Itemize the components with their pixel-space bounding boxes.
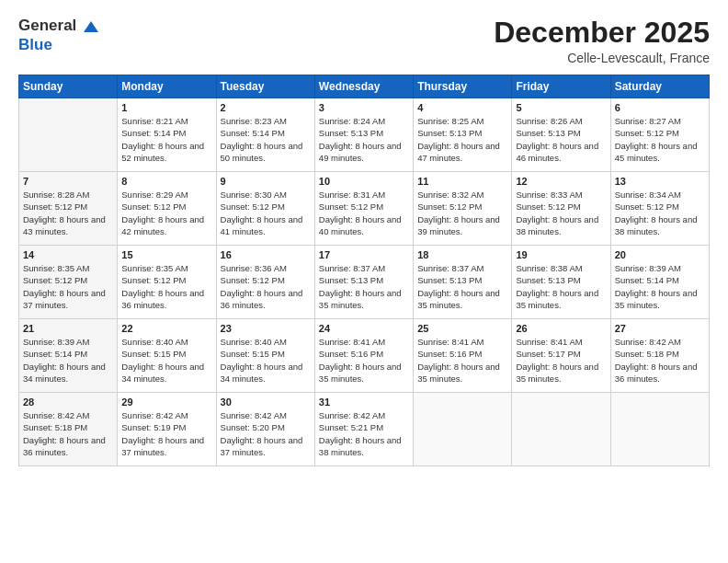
day-number: 22 <box>121 323 211 334</box>
calendar-cell: 7Sunrise: 8:28 AMSunset: 5:12 PMDaylight… <box>19 172 118 246</box>
logo-arrow-icon <box>82 17 100 36</box>
day-number: 2 <box>221 102 311 113</box>
day-number: 24 <box>319 323 409 334</box>
day-number: 13 <box>615 176 705 187</box>
day-number: 26 <box>516 323 606 334</box>
weekday-header-sunday: Sunday <box>19 75 118 98</box>
calendar-cell: 10Sunrise: 8:31 AMSunset: 5:12 PMDayligh… <box>314 172 413 246</box>
day-detail: Sunrise: 8:32 AMSunset: 5:12 PMDaylight:… <box>417 189 507 237</box>
calendar-cell: 17Sunrise: 8:37 AMSunset: 5:13 PMDayligh… <box>314 246 413 319</box>
calendar-cell: 8Sunrise: 8:29 AMSunset: 5:12 PMDaylight… <box>118 172 216 246</box>
day-detail: Sunrise: 8:38 AMSunset: 5:13 PMDaylight:… <box>516 262 606 311</box>
day-detail: Sunrise: 8:39 AMSunset: 5:14 PMDaylight:… <box>23 336 113 385</box>
day-detail: Sunrise: 8:29 AMSunset: 5:12 PMDaylight:… <box>121 189 211 237</box>
day-number: 19 <box>516 249 606 260</box>
calendar-table: SundayMondayTuesdayWednesdayThursdayFrid… <box>18 75 710 466</box>
day-detail: Sunrise: 8:37 AMSunset: 5:13 PMDaylight:… <box>417 262 507 311</box>
day-detail: Sunrise: 8:30 AMSunset: 5:12 PMDaylight:… <box>221 189 311 237</box>
day-number: 15 <box>121 249 211 260</box>
calendar-cell <box>19 98 118 172</box>
day-detail: Sunrise: 8:35 AMSunset: 5:12 PMDaylight:… <box>121 262 211 311</box>
day-detail: Sunrise: 8:41 AMSunset: 5:17 PMDaylight:… <box>516 336 606 385</box>
calendar-cell: 15Sunrise: 8:35 AMSunset: 5:12 PMDayligh… <box>118 246 216 319</box>
calendar-cell: 31Sunrise: 8:42 AMSunset: 5:21 PMDayligh… <box>314 393 413 466</box>
day-detail: Sunrise: 8:42 AMSunset: 5:18 PMDaylight:… <box>615 336 705 385</box>
calendar-cell: 26Sunrise: 8:41 AMSunset: 5:17 PMDayligh… <box>512 319 610 393</box>
day-detail: Sunrise: 8:41 AMSunset: 5:16 PMDaylight:… <box>319 336 409 385</box>
calendar-cell: 29Sunrise: 8:42 AMSunset: 5:19 PMDayligh… <box>118 393 216 466</box>
day-number: 1 <box>121 102 211 113</box>
logo-blue: Blue <box>18 36 100 54</box>
calendar-cell: 12Sunrise: 8:33 AMSunset: 5:12 PMDayligh… <box>512 172 610 246</box>
day-number: 12 <box>516 176 606 187</box>
week-row-3: 14Sunrise: 8:35 AMSunset: 5:12 PMDayligh… <box>19 246 710 319</box>
day-detail: Sunrise: 8:28 AMSunset: 5:12 PMDaylight:… <box>23 189 113 237</box>
day-number: 4 <box>417 102 507 113</box>
day-detail: Sunrise: 8:39 AMSunset: 5:14 PMDaylight:… <box>615 262 705 311</box>
day-number: 28 <box>23 396 113 408</box>
calendar-cell <box>512 393 610 466</box>
calendar-cell: 11Sunrise: 8:32 AMSunset: 5:12 PMDayligh… <box>414 172 512 246</box>
weekday-header-thursday: Thursday <box>414 75 512 98</box>
day-number: 11 <box>417 176 507 187</box>
calendar-cell: 16Sunrise: 8:36 AMSunset: 5:12 PMDayligh… <box>216 246 314 319</box>
day-detail: Sunrise: 8:21 AMSunset: 5:14 PMDaylight:… <box>121 115 211 164</box>
calendar-cell: 24Sunrise: 8:41 AMSunset: 5:16 PMDayligh… <box>314 319 413 393</box>
calendar-cell: 18Sunrise: 8:37 AMSunset: 5:13 PMDayligh… <box>414 246 512 319</box>
day-number: 7 <box>23 176 113 187</box>
day-number: 5 <box>516 102 606 113</box>
day-number: 3 <box>319 102 409 113</box>
weekday-header-row: SundayMondayTuesdayWednesdayThursdayFrid… <box>19 75 710 98</box>
weekday-header-monday: Monday <box>118 75 216 98</box>
week-row-5: 28Sunrise: 8:42 AMSunset: 5:18 PMDayligh… <box>19 393 710 466</box>
day-detail: Sunrise: 8:42 AMSunset: 5:18 PMDaylight:… <box>23 409 113 458</box>
weekday-header-saturday: Saturday <box>610 75 709 98</box>
calendar-cell: 2Sunrise: 8:23 AMSunset: 5:14 PMDaylight… <box>216 98 314 172</box>
day-number: 9 <box>221 176 311 187</box>
day-number: 30 <box>221 396 311 408</box>
calendar-cell: 28Sunrise: 8:42 AMSunset: 5:18 PMDayligh… <box>19 393 118 466</box>
day-number: 10 <box>319 176 409 187</box>
calendar-cell: 20Sunrise: 8:39 AMSunset: 5:14 PMDayligh… <box>610 246 709 319</box>
week-row-2: 7Sunrise: 8:28 AMSunset: 5:12 PMDaylight… <box>19 172 710 246</box>
calendar-cell: 25Sunrise: 8:41 AMSunset: 5:16 PMDayligh… <box>414 319 512 393</box>
calendar-cell: 1Sunrise: 8:21 AMSunset: 5:14 PMDaylight… <box>118 98 216 172</box>
logo: General Blue <box>18 17 100 53</box>
calendar-cell: 3Sunrise: 8:24 AMSunset: 5:13 PMDaylight… <box>314 98 413 172</box>
day-detail: Sunrise: 8:26 AMSunset: 5:13 PMDaylight:… <box>516 115 606 164</box>
day-number: 29 <box>121 396 211 408</box>
day-detail: Sunrise: 8:24 AMSunset: 5:13 PMDaylight:… <box>319 115 409 164</box>
location-subtitle: Celle-Levescault, France <box>494 51 710 65</box>
day-detail: Sunrise: 8:36 AMSunset: 5:12 PMDaylight:… <box>221 262 311 311</box>
calendar-cell: 5Sunrise: 8:26 AMSunset: 5:13 PMDaylight… <box>512 98 610 172</box>
calendar-cell: 4Sunrise: 8:25 AMSunset: 5:13 PMDaylight… <box>414 98 512 172</box>
svg-marker-0 <box>84 21 98 32</box>
day-detail: Sunrise: 8:31 AMSunset: 5:12 PMDaylight:… <box>319 189 409 237</box>
weekday-header-friday: Friday <box>512 75 610 98</box>
calendar-cell: 27Sunrise: 8:42 AMSunset: 5:18 PMDayligh… <box>610 319 709 393</box>
day-detail: Sunrise: 8:35 AMSunset: 5:12 PMDaylight:… <box>23 262 113 311</box>
day-number: 8 <box>121 176 211 187</box>
day-detail: Sunrise: 8:33 AMSunset: 5:12 PMDaylight:… <box>516 189 606 237</box>
day-number: 17 <box>319 249 409 260</box>
calendar-cell: 9Sunrise: 8:30 AMSunset: 5:12 PMDaylight… <box>216 172 314 246</box>
day-detail: Sunrise: 8:25 AMSunset: 5:13 PMDaylight:… <box>417 115 507 164</box>
day-number: 20 <box>615 249 705 260</box>
calendar-cell: 14Sunrise: 8:35 AMSunset: 5:12 PMDayligh… <box>19 246 118 319</box>
day-detail: Sunrise: 8:27 AMSunset: 5:12 PMDaylight:… <box>615 115 705 164</box>
calendar-cell: 13Sunrise: 8:34 AMSunset: 5:12 PMDayligh… <box>610 172 709 246</box>
day-number: 27 <box>615 323 705 334</box>
day-detail: Sunrise: 8:34 AMSunset: 5:12 PMDaylight:… <box>615 189 705 237</box>
calendar-cell: 6Sunrise: 8:27 AMSunset: 5:12 PMDaylight… <box>610 98 709 172</box>
day-detail: Sunrise: 8:41 AMSunset: 5:16 PMDaylight:… <box>417 336 507 385</box>
day-number: 23 <box>221 323 311 334</box>
weekday-header-wednesday: Wednesday <box>314 75 413 98</box>
day-detail: Sunrise: 8:37 AMSunset: 5:13 PMDaylight:… <box>319 262 409 311</box>
calendar-container: General Blue December 2025 Celle-Levesca… <box>0 0 728 476</box>
week-row-1: 1Sunrise: 8:21 AMSunset: 5:14 PMDaylight… <box>19 98 710 172</box>
day-number: 16 <box>221 249 311 260</box>
week-row-4: 21Sunrise: 8:39 AMSunset: 5:14 PMDayligh… <box>19 319 710 393</box>
day-number: 31 <box>319 396 409 408</box>
day-number: 21 <box>23 323 113 334</box>
day-detail: Sunrise: 8:40 AMSunset: 5:15 PMDaylight:… <box>221 336 311 385</box>
